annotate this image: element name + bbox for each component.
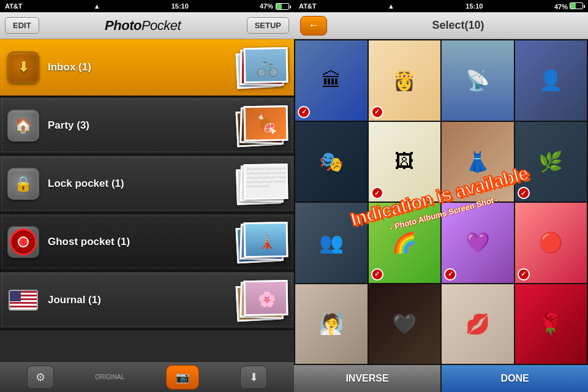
pocket-item-party[interactable]: 🏠 Party (3) 🍖 (0, 97, 294, 156)
ghost-label: Ghost pocket (1) (48, 236, 130, 248)
pocket-item-journal[interactable]: Journal (1) 🌸 (0, 272, 294, 330)
lockpocket-photos: PhotoPocket PhotoPocket PhotoPocket Phot… (239, 164, 288, 204)
left-battery-fill (276, 4, 282, 9)
bottom-toolbar: ⚙ ORIGINAL 📷 ⬇ (0, 361, 294, 392)
journal-photo-front: 🌸 (243, 280, 288, 316)
ghost-photo-front: 🗼 (243, 222, 288, 258)
grid-cell-16[interactable]: 🌹 (515, 284, 587, 364)
left-battery-pct: 47% (260, 2, 273, 10)
check-badge-6: ✓ (371, 187, 383, 199)
pocket-list: ⬇ Inbox (1) 🚲 (0, 39, 294, 361)
right-carrier: AT&T (299, 2, 317, 10)
inbox-photos: 🚲 (239, 48, 288, 88)
party-icon: 🏠 (7, 110, 39, 141)
right-battery-area: 47% (554, 2, 583, 10)
left-time: 15:10 (172, 2, 189, 10)
right-time: 15:10 (466, 2, 483, 10)
download-icon: ⬇ (249, 371, 258, 384)
check-badge-8: ✓ (518, 187, 530, 199)
back-arrow-icon: ← (308, 19, 319, 32)
journal-photos: 🌸 (239, 281, 288, 320)
pocket-item-lockpocket[interactable]: 🔒 Lock pocket (1) PhotoPocket PhotoPocke… (0, 156, 294, 214)
grid-cell-10[interactable]: 🌈 ✓ (369, 203, 441, 283)
party-photos: 🍖 (239, 106, 288, 146)
party-photo-front: 🍖 (243, 105, 288, 141)
right-header: ← Select(10) (294, 12, 588, 39)
check-badge-11: ✓ (444, 268, 456, 281)
right-bottom-bar: INVERSE DONE (294, 365, 588, 392)
ghost-icon (7, 226, 39, 258)
grid-cell-9[interactable]: 👥 (295, 203, 368, 283)
left-status-bar: AT&T ▲ 15:10 47% (0, 0, 294, 12)
grid-cell-11[interactable]: 💜 ✓ (442, 203, 514, 283)
left-battery-area: 47% (260, 2, 289, 10)
grid-cell-12[interactable]: 🔴 ✓ (515, 203, 587, 283)
lockpocket-label: Lock pocket (1) (48, 178, 124, 190)
settings-button[interactable]: ⚙ (27, 366, 54, 389)
grid-cell-2[interactable]: 👸 ✓ (369, 40, 441, 121)
grid-cell-8[interactable]: 🌿 ✓ (515, 122, 587, 202)
left-panel: AT&T ▲ 15:10 47% EDIT PhotoPocket SETUP … (0, 0, 294, 392)
grid-cell-6[interactable]: 🖼 ✓ (369, 122, 441, 202)
original-label: ORIGINAL (95, 374, 124, 380)
app-title: PhotoPocket (105, 18, 181, 34)
app-header: EDIT PhotoPocket SETUP (0, 12, 294, 39)
camera-icon: 📷 (176, 371, 189, 384)
ghost-photos: 🗼 (239, 222, 288, 262)
grid-cell-1[interactable]: 🏛 ✓ (295, 40, 368, 121)
party-photo-stack: 🍖 (239, 106, 288, 146)
right-panel: AT&T ▲ 15:10 47% ← Select(10) 🏛 ✓ 👸 (294, 0, 588, 392)
check-badge-12: ✓ (518, 268, 530, 281)
left-carrier: AT&T (5, 2, 23, 10)
back-button[interactable]: ← (300, 16, 327, 36)
check-badge-2: ✓ (371, 106, 383, 118)
right-battery-fill (570, 3, 576, 9)
setup-button[interactable]: SETUP (247, 17, 289, 34)
lock-icon: 🔒 (7, 168, 39, 200)
done-button[interactable]: DONE (442, 365, 588, 392)
party-label: Party (3) (48, 119, 89, 132)
grid-cell-7[interactable]: 👗 (442, 122, 514, 202)
right-wifi-icon: ▲ (388, 2, 394, 10)
title-pocket: Pocket (141, 18, 181, 33)
right-battery-pct: 47% (554, 3, 568, 10)
check-badge-10: ✓ (371, 268, 383, 281)
original-label-container: ORIGINAL (95, 374, 124, 380)
check-badge-1: ✓ (298, 106, 310, 118)
grid-cell-15[interactable]: 💋 (442, 284, 514, 364)
lockpocket-photo-stack: PhotoPocket PhotoPocket PhotoPocket Phot… (239, 164, 288, 204)
grid-cell-4[interactable]: 👤 (515, 40, 587, 121)
grid-cell-13[interactable]: 🧖 (295, 284, 368, 364)
select-title: Select(10) (334, 19, 582, 32)
pocket-item-ghost[interactable]: Ghost pocket (1) 🗼 (0, 214, 294, 272)
right-status-bar: AT&T ▲ 15:10 47% (294, 0, 588, 12)
journal-label: Journal (1) (48, 294, 101, 306)
inbox-label: Inbox (1) (48, 61, 91, 74)
left-wifi-icon: ▲ (94, 2, 100, 10)
journal-photo-stack: 🌸 (239, 281, 288, 320)
inverse-button[interactable]: INVERSE (294, 365, 440, 392)
grid-cell-5[interactable]: 🎭 (295, 122, 368, 202)
left-battery-icon (276, 3, 289, 10)
photo-grid: 🏛 ✓ 👸 ✓ 📡 👤 🎭 🖼 (294, 39, 588, 365)
settings-icon: ⚙ (36, 371, 45, 384)
download-button[interactable]: ⬇ (240, 366, 267, 389)
right-battery-icon (570, 2, 583, 9)
inbox-photo-front: 🚲 (243, 47, 288, 83)
lock-photo-front: PhotoPocket PhotoPocket PhotoPocket Phot… (243, 164, 288, 200)
pocket-item-inbox[interactable]: ⬇ Inbox (1) 🚲 (0, 39, 294, 97)
ghost-photo-stack: 🗼 (239, 222, 288, 262)
inbox-icon: ⬇ (7, 51, 39, 83)
inbox-photo-stack: 🚲 (239, 48, 288, 88)
edit-button[interactable]: EDIT (5, 17, 39, 34)
camera-button[interactable]: 📷 (166, 365, 199, 390)
journal-icon (7, 284, 39, 316)
title-photo: Photo (105, 18, 141, 33)
grid-cell-3[interactable]: 📡 (442, 40, 514, 121)
grid-cell-14[interactable]: 🖤 (369, 284, 441, 364)
